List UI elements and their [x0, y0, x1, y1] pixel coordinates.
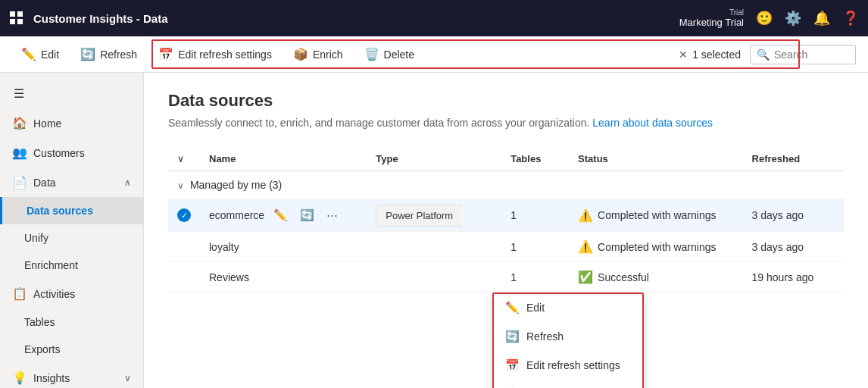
- delete-icon: 🗑️: [364, 47, 379, 61]
- sidebar-label-unify: Unify: [24, 232, 48, 244]
- row-edit-btn-ecommerce[interactable]: ✏️: [270, 207, 291, 224]
- insights-chevron-icon: ∨: [124, 373, 131, 383]
- context-menu-edit-refresh-settings[interactable]: 📅 Edit refresh settings: [493, 351, 643, 380]
- sidebar-item-data[interactable]: 📄 Data ∧: [0, 167, 143, 197]
- sidebar-label-data: Data: [33, 177, 56, 189]
- row-status-ecommerce: ⚠️ Completed with warnings: [569, 199, 742, 232]
- row-refresh-btn-ecommerce[interactable]: 🔄: [297, 207, 317, 224]
- col-header-refreshed[interactable]: Refreshed: [743, 147, 844, 171]
- svg-rect-3: [17, 19, 23, 24]
- trial-name: Marketing Trial: [679, 17, 744, 28]
- col-header-name[interactable]: Name: [200, 147, 367, 171]
- svg-rect-2: [10, 19, 15, 24]
- svg-rect-1: [17, 11, 23, 17]
- row-name-ecommerce: ecommerce ✏️ 🔄 ⋯: [200, 199, 367, 232]
- sidebar-label-exports: Exports: [24, 343, 60, 355]
- row-type-loyalty: [367, 232, 501, 262]
- row-name-loyalty: loyalty: [200, 232, 367, 262]
- delete-button[interactable]: 🗑️ Delete: [355, 42, 423, 66]
- refresh-button[interactable]: 🔄 Refresh: [71, 42, 146, 66]
- row-status-loyalty: ⚠️ Completed with warnings: [569, 232, 742, 262]
- table-row[interactable]: Reviews 1 ✅ Successful 19 hours ago: [168, 262, 844, 293]
- sidebar-label-tables: Tables: [24, 316, 55, 328]
- sidebar-label-activities: Activities: [33, 288, 75, 300]
- power-platform-badge: Power Platform: [376, 205, 462, 227]
- sidebar-label-customers: Customers: [33, 147, 85, 159]
- hamburger-icon: ☰: [12, 86, 26, 101]
- sidebar-item-home[interactable]: 🏠 Home: [0, 108, 143, 138]
- hamburger-button[interactable]: ☰: [0, 79, 143, 108]
- context-menu-edit[interactable]: ✏️ Edit: [493, 293, 643, 322]
- edit-button[interactable]: ✏️ Edit: [12, 42, 68, 66]
- calendar-icon: 📅: [158, 47, 173, 61]
- sidebar-label-insights: Insights: [33, 372, 70, 384]
- row-checkbox-reviews[interactable]: [168, 262, 200, 293]
- customers-icon: 👥: [12, 146, 26, 160]
- insights-icon: 💡: [12, 371, 26, 385]
- row-tables-loyalty: 1: [501, 232, 569, 262]
- sidebar-item-exports[interactable]: Exports: [0, 336, 143, 363]
- row-checkbox-ecommerce[interactable]: [168, 199, 200, 232]
- home-icon: 🏠: [12, 116, 26, 130]
- app-title: Customer Insights - Data: [33, 12, 168, 25]
- bell-icon[interactable]: 🔔: [813, 10, 830, 27]
- page-description: Seamlessly connect to, enrich, and manag…: [168, 117, 844, 129]
- smiley-icon[interactable]: 🙂: [756, 10, 773, 27]
- row-type-reviews: [367, 262, 501, 293]
- warning-icon-loyalty: ⚠️: [578, 239, 593, 254]
- data-chevron-icon: ∧: [124, 177, 131, 188]
- context-menu: ✏️ Edit 🔄 Refresh 📅 Edit refresh setting…: [492, 293, 644, 388]
- page-title: Data sources: [168, 91, 844, 111]
- row-name-reviews: Reviews: [200, 262, 367, 293]
- row-tables-ecommerce: 1: [501, 199, 569, 232]
- row-refreshed-ecommerce: 3 days ago: [743, 199, 844, 232]
- edit-refresh-settings-button[interactable]: 📅 Edit refresh settings: [149, 42, 281, 66]
- sidebar-item-tables[interactable]: Tables: [0, 308, 143, 336]
- row-more-btn-ecommerce[interactable]: ⋯: [323, 207, 341, 224]
- sidebar: ☰ 🏠 Home 👥 Customers 📄 Data ∧ Data sourc…: [0, 73, 144, 388]
- sidebar-item-data-sources[interactable]: Data sources: [0, 197, 143, 224]
- top-nav: Customer Insights - Data Trial Marketing…: [0, 0, 868, 36]
- main-layout: ☰ 🏠 Home 👥 Customers 📄 Data ∧ Data sourc…: [0, 73, 868, 388]
- collapse-all-icon[interactable]: ∨: [177, 154, 184, 164]
- sidebar-item-insights[interactable]: 💡 Insights ∨: [0, 363, 143, 388]
- trial-label: Trial: [729, 8, 744, 17]
- learn-more-link[interactable]: Learn about data sources: [592, 117, 713, 129]
- activities-icon: 📋: [12, 286, 26, 301]
- sidebar-label-home: Home: [33, 117, 61, 130]
- search-input[interactable]: [774, 48, 849, 61]
- app-grid-icon[interactable]: [9, 11, 24, 26]
- col-header-status[interactable]: Status: [569, 147, 742, 171]
- row-checkbox-loyalty[interactable]: [168, 232, 200, 262]
- enrich-icon: 📦: [293, 47, 308, 61]
- group-collapse-icon[interactable]: ∨: [177, 180, 184, 191]
- row-status-reviews: ✅ Successful: [569, 262, 742, 293]
- trial-badge: Trial Marketing Trial: [679, 8, 744, 28]
- row-refreshed-reviews: 19 hours ago: [743, 262, 844, 293]
- enrich-button[interactable]: 📦 Enrich: [284, 42, 352, 66]
- svg-rect-0: [10, 11, 15, 17]
- search-box[interactable]: 🔍: [750, 45, 856, 64]
- selected-badge: ✕ 1 selected: [679, 48, 741, 61]
- sidebar-label-enrichment: Enrichment: [24, 259, 78, 271]
- table-row[interactable]: loyalty 1 ⚠️ Completed with warnings 3 d…: [168, 232, 844, 262]
- col-header-type[interactable]: Type: [367, 147, 501, 171]
- group-label: Managed by me (3): [190, 179, 282, 191]
- context-calendar-icon: 📅: [505, 358, 519, 372]
- sidebar-item-unify[interactable]: Unify: [0, 224, 143, 252]
- sidebar-item-activities[interactable]: 📋 Activities: [0, 279, 143, 308]
- col-header-tables[interactable]: Tables: [501, 147, 569, 171]
- context-menu-refresh[interactable]: 🔄 Refresh: [493, 322, 643, 351]
- sidebar-item-customers[interactable]: 👥 Customers: [0, 138, 143, 167]
- refresh-icon: 🔄: [80, 47, 95, 61]
- success-icon-reviews: ✅: [578, 270, 593, 284]
- help-icon[interactable]: ❓: [842, 10, 859, 27]
- search-icon: 🔍: [757, 48, 770, 61]
- context-menu-enrich[interactable]: 📦 Enrich: [493, 380, 643, 388]
- sidebar-label-data-sources: Data sources: [27, 205, 93, 217]
- table-row[interactable]: ecommerce ✏️ 🔄 ⋯ Power Platform 1 ⚠️: [168, 199, 844, 232]
- settings-icon[interactable]: ⚙️: [785, 10, 801, 27]
- close-selected-icon[interactable]: ✕: [679, 48, 688, 61]
- row-refreshed-loyalty: 3 days ago: [743, 232, 844, 262]
- sidebar-item-enrichment[interactable]: Enrichment: [0, 252, 143, 279]
